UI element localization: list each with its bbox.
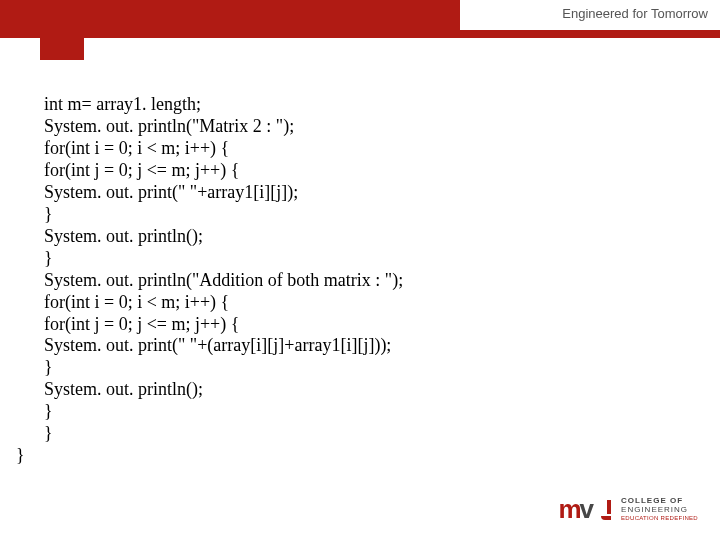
code-line: } <box>16 445 700 467</box>
header-tagline: Engineered for Tomorrow <box>562 6 708 21</box>
code-line: } <box>44 423 700 445</box>
code-line: } <box>44 204 700 226</box>
code-line: } <box>44 357 700 379</box>
code-line: System. out. print(" "+(array[i][j]+arra… <box>44 335 700 357</box>
code-line: System. out. println(); <box>44 226 700 248</box>
logo-text: COLLEGE OF ENGINEERING EDUCATION REDEFIN… <box>621 497 698 521</box>
code-line: for(int j = 0; j <= m; j++) { <box>44 160 700 182</box>
footer-logo: m v COLLEGE OF ENGINEERING EDUCATION RED… <box>558 496 698 522</box>
code-line: int m= array1. length; <box>44 94 700 116</box>
code-line: for(int i = 0; i < m; i++) { <box>44 138 700 160</box>
header-bar: Engineered for Tomorrow <box>0 0 720 38</box>
logo-mark: m v <box>558 496 613 522</box>
code-line: for(int j = 0; j <= m; j++) { <box>44 314 700 336</box>
code-line: } <box>44 248 700 270</box>
logo-letter-m: m <box>558 496 581 522</box>
code-line: System. out. print(" "+array1[i][j]); <box>44 182 700 204</box>
code-line: System. out. println(); <box>44 379 700 401</box>
logo-text-line2: ENGINEERING <box>621 506 698 515</box>
code-line: System. out. println("Addition of both m… <box>44 270 700 292</box>
code-line: System. out. println("Matrix 2 : "); <box>44 116 700 138</box>
logo-text-line3: EDUCATION REDEFINED <box>621 515 698 522</box>
logo-letter-v: v <box>580 496 594 522</box>
logo-letter-j-icon <box>595 498 613 522</box>
code-block: int m= array1. length; System. out. prin… <box>0 38 720 467</box>
header-tab <box>40 0 84 60</box>
code-line: for(int i = 0; i < m; i++) { <box>44 292 700 314</box>
code-line: } <box>44 401 700 423</box>
